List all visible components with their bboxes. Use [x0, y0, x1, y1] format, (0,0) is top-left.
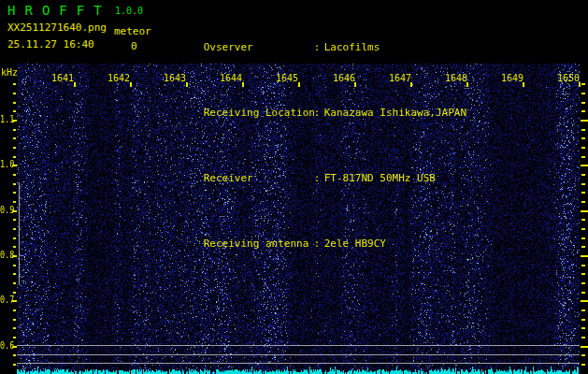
freq-tick-label: 0.8 [0, 251, 16, 260]
freq-tick-label: 1.1 [0, 115, 16, 124]
info-row-observer: Ovserver:Lacofilms [166, 28, 466, 67]
freq-tick [13, 93, 16, 94]
freq-tick [581, 137, 585, 139]
freq-tick [581, 129, 585, 131]
freq-tick [13, 183, 16, 185]
freq-tick [13, 354, 16, 356]
meteor-counter-value: 0 [131, 40, 137, 52]
time-tick-label: 1650 [557, 74, 580, 83]
app-version: 1.0.0 [115, 6, 143, 16]
info-row-location: Receiving Location:Kanazawa Ishikawa,JAP… [166, 94, 466, 133]
info-label: Receiving Location [204, 107, 314, 120]
freq-tick [13, 147, 16, 149]
time-tick [242, 82, 244, 87]
time-tick-label: 1646 [333, 74, 355, 83]
freq-tick [581, 309, 585, 311]
freq-tick [13, 309, 16, 311]
time-tick-label: 1644 [220, 74, 242, 83]
freq-tick [13, 102, 16, 104]
info-separator: : [314, 237, 324, 251]
freq-tick [13, 282, 16, 284]
freq-tick [581, 273, 585, 275]
freq-tick [581, 183, 585, 185]
freq-tick [581, 327, 585, 329]
freq-tick [13, 110, 16, 112]
freq-tick [581, 110, 585, 112]
freq-tick [581, 93, 585, 94]
info-value: Kanazawa Ishikawa,JAPAN [324, 107, 466, 119]
freq-tick [581, 83, 585, 85]
time-tick-label: 1643 [164, 74, 186, 83]
freq-tick-label: 0.6 [0, 341, 16, 351]
time-tick-label: 1649 [501, 74, 523, 83]
time-tick-label: 1648 [445, 74, 467, 83]
freq-tick [13, 364, 16, 366]
freq-tick [13, 156, 16, 158]
info-label: Ovserver [204, 41, 314, 54]
freq-tick [13, 237, 16, 239]
freq-tick [581, 319, 585, 321]
freq-axis-unit-label: kHz [1, 67, 18, 78]
freq-tick [13, 265, 16, 266]
freq-tick [581, 364, 585, 366]
time-tick [130, 82, 132, 87]
timestamp: 25.11.27 16:40 [7, 38, 94, 50]
info-row-antenna: Receiving antenna:2ele HB9CY [166, 224, 466, 264]
freq-tick [581, 210, 588, 212]
freq-tick [581, 120, 588, 122]
freq-tick [13, 246, 16, 248]
freq-tick [581, 300, 588, 302]
freq-tick [13, 174, 16, 176]
freq-tick-label: 0.7 [0, 295, 16, 305]
info-label: Receiver [204, 172, 314, 185]
freq-tick [581, 354, 585, 356]
freq-tick [581, 246, 585, 248]
freq-tick [13, 319, 16, 321]
app-title: H R O F F T [7, 3, 103, 18]
freq-tick [581, 165, 588, 166]
freq-tick [13, 273, 16, 275]
freq-tick [581, 282, 585, 284]
freq-tick [581, 102, 585, 104]
time-tick [298, 82, 300, 87]
freq-tick [13, 201, 16, 203]
info-label: Receiving antenna [204, 237, 314, 251]
freq-tick [581, 219, 585, 221]
info-row-receiver: Receiver:FT-817ND 50MHz USB [166, 159, 466, 198]
info-separator: : [314, 172, 324, 185]
freq-tick-label: 0.9 [0, 206, 16, 215]
time-tick-label: 1645 [276, 74, 298, 83]
info-separator: : [314, 41, 324, 54]
time-tick [186, 82, 188, 87]
time-tick [466, 82, 468, 87]
info-value: Lacofilms [324, 41, 380, 53]
freq-tick [581, 201, 585, 203]
freq-tick [581, 156, 585, 158]
freq-tick [581, 192, 585, 194]
freq-tick [581, 265, 585, 266]
time-tick-label: 1647 [389, 74, 411, 83]
freq-tick [13, 129, 16, 131]
freq-tick [581, 147, 585, 149]
freq-tick [581, 337, 585, 338]
station-info: Ovserver:Lacofilms Receiving Location:Ka… [166, 2, 466, 290]
freq-tick [13, 219, 16, 221]
info-separator: : [314, 107, 324, 120]
info-value: 2ele HB9CY [324, 237, 386, 250]
freq-tick [13, 228, 16, 230]
freq-tick [13, 83, 16, 85]
hrofft-window: H R O F F T 1.0.0 XX2511271640.png meteo… [0, 0, 588, 374]
freq-tick [581, 292, 585, 294]
time-tick-label: 1642 [108, 74, 130, 83]
freq-tick-label: 1.0 [0, 160, 16, 169]
freq-tick [581, 237, 585, 239]
freq-tick [13, 192, 16, 194]
freq-tick [581, 255, 588, 257]
output-filename: XX2511271640.png [7, 22, 107, 34]
time-tick-label: 1641 [51, 74, 74, 83]
time-tick [410, 82, 412, 87]
freq-tick [13, 337, 16, 338]
meteor-counter-label: meteor [114, 25, 151, 37]
freq-tick [581, 228, 585, 230]
time-tick [579, 82, 581, 87]
